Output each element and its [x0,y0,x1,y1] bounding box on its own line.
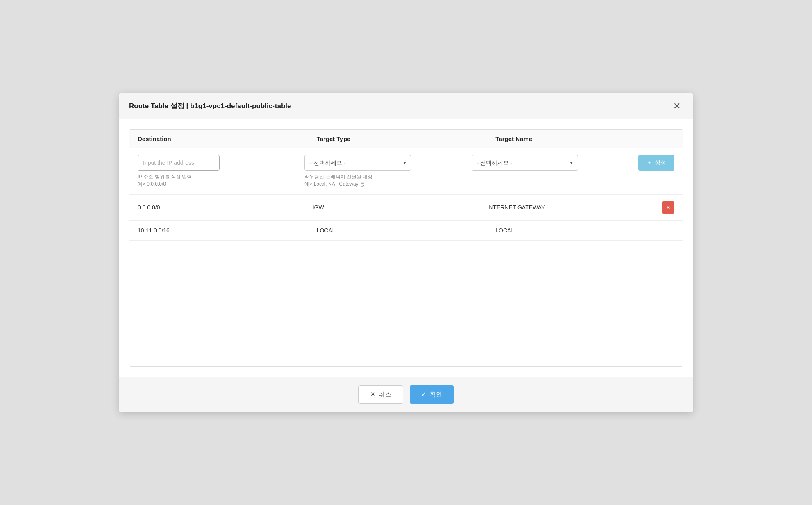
target-name-select[interactable]: - 선택하세요 - [472,155,578,171]
delete-row1-button[interactable]: ✕ [662,201,674,214]
row1-target-name: INTERNET GATEWAY [487,204,655,211]
empty-area [129,241,683,364]
confirm-check-icon: ✓ [421,391,426,398]
route-table: Destination Target Type Target Name IP 주… [129,129,683,367]
target-type-select[interactable]: - 선택하세요 - [304,155,411,171]
ip-address-input[interactable] [138,155,220,171]
target-type-hint1: 라우팅된 트래픽이 전달될 대상 [304,173,465,180]
create-button-label: 생성 [655,159,666,166]
close-icon: ✕ [673,101,680,111]
row1-target-type: IGW [313,204,481,211]
confirm-button[interactable]: ✓ 확인 [410,385,454,404]
target-name-col: - 선택하세요 - ▼ [472,155,632,171]
plus-icon: ＋ [646,159,652,166]
row1-destination: 0.0.0.0/0 [138,204,306,211]
col-header-destination: Destination [138,135,317,142]
target-type-hint2: 예> Local, NAT Gateway 등 [304,180,465,188]
target-name-select-wrapper: - 선택하세요 - ▼ [472,155,578,171]
table-header-row: Destination Target Type Target Name [129,130,683,148]
modal-title: Route Table 설정 | b1g1-vpc1-default-publi… [129,101,291,111]
target-type-col: - 선택하세요 - ▼ 라우팅된 트래픽이 전달될 대상 예> Local, N… [304,155,465,188]
ip-hint-line1: IP 주소 범위를 직접 입력 [138,173,298,180]
modal-header: Route Table 설정 | b1g1-vpc1-default-publi… [119,93,693,119]
modal-footer: ✕ 취소 ✓ 확인 [119,377,693,412]
x-delete-icon: ✕ [666,204,671,211]
confirm-label: 확인 [430,391,442,398]
create-route-button[interactable]: ＋ 생성 [638,155,674,171]
col-header-target-name: Target Name [495,135,674,142]
row2-target-name: LOCAL [495,227,668,234]
target-type-hint: 라우팅된 트래픽이 전달될 대상 예> Local, NAT Gateway 등 [304,173,465,188]
modal-container: Route Table 설정 | b1g1-vpc1-default-publi… [119,93,693,412]
row2-destination: 10.11.0.0/16 [138,227,310,234]
target-type-select-wrapper: - 선택하세요 - ▼ [304,155,411,171]
ip-hint: IP 주소 범위를 직접 입력 예> 0.0.0.0/0 [138,173,298,188]
modal-body: Destination Target Type Target Name IP 주… [119,119,693,377]
table-row: 10.11.0.0/16 LOCAL LOCAL [129,221,683,241]
destination-col: IP 주소 범위를 직접 입력 예> 0.0.0.0/0 [138,155,298,188]
input-row: IP 주소 범위를 직접 입력 예> 0.0.0.0/0 - 선택하세요 - ▼… [129,148,683,195]
ip-hint-line2: 예> 0.0.0.0/0 [138,180,298,188]
col-header-target-type: Target Type [317,135,496,142]
cancel-label: 취소 [379,391,391,398]
table-row: 0.0.0.0/0 IGW INTERNET GATEWAY ✕ [129,195,683,221]
cancel-button[interactable]: ✕ 취소 [358,385,403,404]
cancel-x-icon: ✕ [370,391,376,398]
row2-target-type: LOCAL [317,227,489,234]
modal-close-button[interactable]: ✕ [671,101,683,111]
